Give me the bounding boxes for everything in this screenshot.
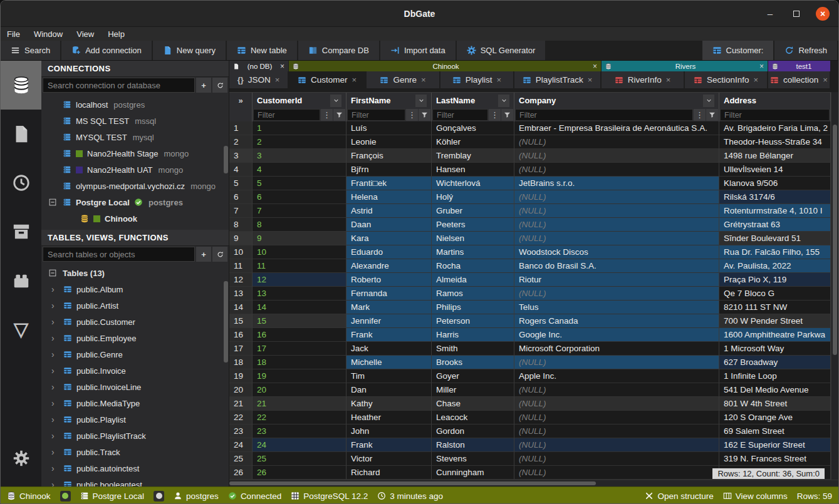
- cell-lastname[interactable]: Gonçalves: [432, 121, 514, 135]
- current-table-button[interactable]: Customer:: [702, 41, 775, 60]
- cell-customerid[interactable]: 26: [253, 466, 347, 480]
- cell-customerid[interactable]: 6: [253, 190, 347, 204]
- cell-lastname[interactable]: Smith: [432, 342, 514, 356]
- column-header-customerid[interactable]: CustomerId: [253, 93, 347, 108]
- cell-customerid[interactable]: 9: [253, 232, 347, 245]
- close-icon[interactable]: ×: [588, 75, 593, 85]
- row-number-cell[interactable]: 8: [229, 218, 253, 232]
- cell-firstname[interactable]: Alexandre: [347, 259, 432, 273]
- tab-playlist[interactable]: Playlist×: [440, 71, 514, 88]
- cell-address[interactable]: 1600 Amphitheatre Parkwa: [719, 328, 831, 342]
- connection-item[interactable]: localhostpostgres: [41, 96, 229, 113]
- table-item[interactable]: ›public.autoinctest: [41, 460, 229, 476]
- filter-input-address[interactable]: [720, 109, 830, 121]
- rail-item-settings[interactable]: [1, 434, 41, 483]
- cell-firstname[interactable]: Dan: [347, 383, 432, 397]
- menu-item-help[interactable]: Help: [108, 29, 125, 39]
- row-number-cell[interactable]: 12: [229, 273, 253, 287]
- cell-company[interactable]: Google Inc.: [514, 328, 719, 342]
- tables-group-row[interactable]: Tables (13): [41, 265, 229, 281]
- cell-company[interactable]: (NULL): [514, 190, 719, 204]
- row-number-cell[interactable]: 17: [229, 342, 253, 356]
- cell-customerid[interactable]: 15: [253, 314, 347, 328]
- cell-lastname[interactable]: Gruber: [432, 204, 514, 218]
- cell-address[interactable]: Rilská 3174/6: [719, 190, 831, 204]
- cell-firstname[interactable]: Roberto: [347, 273, 432, 287]
- cell-lastname[interactable]: Stevens: [432, 452, 514, 466]
- cell-address[interactable]: 1 Microsoft Way: [719, 342, 831, 356]
- cell-address[interactable]: Av. Paulista, 2022: [719, 259, 831, 273]
- cell-firstname[interactable]: Luís: [347, 121, 432, 135]
- cell-address[interactable]: 8210 111 ST NW: [719, 301, 831, 314]
- column-header-firstname[interactable]: FirstName: [347, 93, 432, 108]
- cell-company[interactable]: (NULL): [514, 204, 719, 218]
- collapse-toggle[interactable]: [49, 198, 56, 206]
- cell-lastname[interactable]: Harris: [432, 328, 514, 342]
- cell-customerid[interactable]: 10: [253, 245, 347, 259]
- close-icon[interactable]: ×: [823, 75, 828, 85]
- row-number-cell[interactable]: 9: [229, 232, 253, 245]
- cell-lastname[interactable]: Cunningham: [432, 466, 514, 480]
- filter-input-firstname[interactable]: [347, 109, 405, 121]
- tab-sectioninfo[interactable]: SectionInfo×: [685, 71, 768, 88]
- cell-firstname[interactable]: Kathy: [347, 397, 432, 411]
- cell-customerid[interactable]: 4: [253, 163, 347, 177]
- cell-firstname[interactable]: Helena: [347, 190, 432, 204]
- cell-company[interactable]: (NULL): [514, 438, 719, 452]
- menu-item-view[interactable]: View: [76, 29, 94, 39]
- cell-lastname[interactable]: Almeida: [432, 273, 514, 287]
- cell-address[interactable]: 1498 rue Bélanger: [719, 149, 831, 163]
- cell-firstname[interactable]: Heather: [347, 411, 432, 424]
- cell-lastname[interactable]: Martins: [432, 245, 514, 259]
- tab-group-header[interactable]: Chinook×: [289, 61, 602, 71]
- collapse-toggle[interactable]: [49, 269, 56, 277]
- cell-customerid[interactable]: 1: [253, 121, 347, 135]
- column-dropdown-button[interactable]: [415, 95, 427, 107]
- table-item[interactable]: ›public.Track: [41, 444, 229, 460]
- row-number-cell[interactable]: 15: [229, 314, 253, 328]
- cell-customerid[interactable]: 21: [253, 397, 347, 411]
- row-number-cell[interactable]: 7: [229, 204, 253, 218]
- cell-company[interactable]: (NULL): [514, 149, 719, 163]
- column-dropdown-button[interactable]: [703, 95, 714, 107]
- close-button[interactable]: ×: [816, 7, 830, 21]
- new-query-button[interactable]: New query: [153, 41, 227, 60]
- column-dropdown-button[interactable]: [498, 95, 509, 107]
- row-number-cell[interactable]: 5: [229, 177, 253, 190]
- rail-item-connections[interactable]: [1, 61, 41, 110]
- close-icon[interactable]: ×: [759, 62, 764, 71]
- close-icon[interactable]: ×: [666, 75, 671, 85]
- tables-refresh-button[interactable]: [212, 247, 227, 262]
- row-number-cell[interactable]: 16: [229, 328, 253, 342]
- table-item[interactable]: ›public.Invoice: [41, 363, 229, 379]
- cell-lastname[interactable]: Ramos: [432, 287, 514, 301]
- search-button[interactable]: Search: [1, 41, 61, 60]
- row-number-cell[interactable]: 19: [229, 369, 253, 383]
- cell-address[interactable]: 319 N. Frances Street: [719, 452, 831, 466]
- status-view-columns[interactable]: View columns: [723, 491, 788, 501]
- status-color-badge[interactable]: [154, 491, 164, 501]
- cell-firstname[interactable]: Mark: [347, 301, 432, 314]
- cell-customerid[interactable]: 12: [253, 273, 347, 287]
- cell-firstname[interactable]: Frank: [347, 438, 432, 452]
- rail-item-files[interactable]: [1, 110, 41, 158]
- cell-company[interactable]: (NULL): [514, 383, 719, 397]
- cell-firstname[interactable]: Frank: [347, 328, 432, 342]
- filter-menu-button[interactable]: ⋮: [489, 109, 501, 121]
- cell-address[interactable]: 801 W 4th Street: [719, 397, 831, 411]
- expand-all-columns-button[interactable]: »: [229, 93, 253, 108]
- add-connection-small-button[interactable]: +: [196, 78, 211, 93]
- menu-item-file[interactable]: File: [7, 29, 20, 39]
- close-icon[interactable]: ×: [753, 75, 758, 85]
- cell-firstname[interactable]: Daan: [347, 218, 432, 232]
- tab-collection[interactable]: collection×: [768, 71, 831, 88]
- cell-customerid[interactable]: 19: [253, 369, 347, 383]
- tables-search-input[interactable]: [43, 247, 195, 262]
- cell-lastname[interactable]: Ralston: [432, 438, 514, 452]
- tab-playlisttrack[interactable]: PlaylistTrack×: [514, 71, 602, 88]
- cell-company[interactable]: (NULL): [514, 163, 719, 177]
- scrollbar-thumb[interactable]: [229, 481, 596, 485]
- minimize-button[interactable]: –: [763, 7, 777, 21]
- row-number-cell[interactable]: 25: [229, 452, 253, 466]
- connection-item[interactable]: Chinook: [41, 210, 229, 227]
